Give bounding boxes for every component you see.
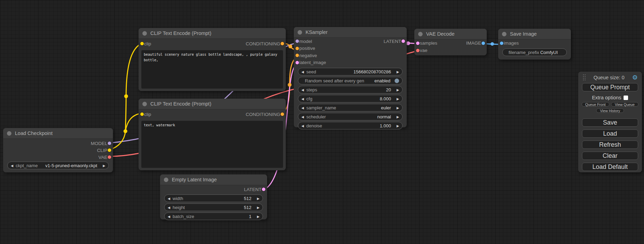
slot-dot-vae[interactable] <box>108 155 111 159</box>
queue-prompt-button[interactable]: Queue Prompt <box>582 83 638 91</box>
view-history-button[interactable]: View History <box>596 108 624 113</box>
link-midpoint-dot[interactable] <box>491 42 494 46</box>
gear-icon[interactable]: ⚙ <box>632 74 638 81</box>
height-widget[interactable]: ◀ height 512 ▶ <box>164 204 263 211</box>
scheduler-widget[interactable]: ◀ scheduler normal ▶ <box>298 113 403 120</box>
link-midpoint-dot[interactable] <box>124 94 128 98</box>
widget-value[interactable]: 20 <box>386 87 391 92</box>
node-collapse-dot-icon[interactable] <box>164 178 168 182</box>
slot-dot-vae[interactable] <box>416 49 420 52</box>
refresh-button[interactable]: Refresh <box>582 141 638 149</box>
cfg-widget[interactable]: ◀ cfg 8.000 ▶ <box>298 95 403 102</box>
clear-button[interactable]: Clear <box>582 152 638 160</box>
widget-value[interactable]: 156680208700286 <box>353 69 391 74</box>
increment-arrow-icon[interactable]: ▶ <box>103 164 105 168</box>
node-collapse-dot-icon[interactable] <box>298 30 302 35</box>
widget-value[interactable]: 1 <box>249 214 251 219</box>
widget-value[interactable]: 1.000 <box>380 123 391 128</box>
node-title-bar[interactable]: Save Image <box>498 29 571 39</box>
slot-dot-image[interactable] <box>500 42 503 45</box>
increment-arrow-icon[interactable]: ▶ <box>397 88 399 92</box>
steps-widget[interactable]: ◀ steps 20 ▶ <box>298 86 403 93</box>
node-title-bar[interactable]: KSampler <box>294 27 407 38</box>
extra-options-checkbox[interactable] <box>624 96 628 100</box>
node-save-image[interactable]: Save Image images filename_prefix ComfyU… <box>498 29 571 60</box>
increment-arrow-icon[interactable]: ▶ <box>397 70 399 74</box>
slot-dot-clip[interactable] <box>108 148 111 152</box>
node-collapse-dot-icon[interactable] <box>502 32 506 36</box>
widget-value[interactable]: 8.000 <box>380 96 391 101</box>
decrement-arrow-icon[interactable]: ◀ <box>168 215 170 218</box>
node-load-checkpoint[interactable]: Load Checkpoint MODEL CLIP VAE ◀ ckpt_na… <box>3 128 113 172</box>
increment-arrow-icon[interactable]: ▶ <box>397 124 399 128</box>
widget-value[interactable]: euler <box>381 105 391 110</box>
save-button[interactable]: Save <box>582 118 638 127</box>
drag-handle-icon[interactable] <box>583 74 586 81</box>
node-collapse-dot-icon[interactable] <box>142 31 147 36</box>
node-collapse-dot-icon[interactable] <box>418 32 423 36</box>
slot-dot-clip[interactable] <box>140 112 144 116</box>
toggle-knob-icon[interactable] <box>395 79 399 83</box>
increment-arrow-icon[interactable]: ▶ <box>397 106 399 110</box>
node-empty-latent-image[interactable]: Empty Latent Image LATENT ◀ width 512 ▶ … <box>160 174 267 219</box>
link-midpoint-dot[interactable] <box>406 42 410 45</box>
width-widget[interactable]: ◀ width 512 ▶ <box>164 195 263 202</box>
sampler-name-widget[interactable]: ◀ sampler_name euler ▶ <box>298 104 403 111</box>
filename-prefix-widget[interactable]: filename_prefix ComfyUI <box>502 48 567 56</box>
queue-front-button[interactable]: Queue Front <box>582 102 609 107</box>
widget-value[interactable]: 512 <box>244 196 252 201</box>
slot-dot-clip[interactable] <box>140 42 144 45</box>
prompt-textarea[interactable]: text, watermark <box>141 121 283 168</box>
node-title-bar[interactable]: Empty Latent Image <box>160 174 267 185</box>
widget-value[interactable]: v1-5-pruned-emaonly.ckpt <box>45 163 97 168</box>
decrement-arrow-icon[interactable]: ◀ <box>301 115 304 119</box>
node-title-bar[interactable]: Load Checkpoint <box>3 128 113 139</box>
decrement-arrow-icon[interactable]: ◀ <box>168 197 170 200</box>
slot-dot-conditioning[interactable] <box>281 112 284 116</box>
denoise-widget[interactable]: ◀ denoise 1.000 ▶ <box>298 122 403 129</box>
random-seed-toggle-widget[interactable]: Random seed after every gen enabled <box>298 77 403 84</box>
increment-arrow-icon[interactable]: ▶ <box>397 97 399 101</box>
link-midpoint-dot[interactable] <box>288 83 292 87</box>
increment-arrow-icon[interactable]: ▶ <box>257 215 259 218</box>
increment-arrow-icon[interactable]: ▶ <box>257 206 259 209</box>
decrement-arrow-icon[interactable]: ◀ <box>301 124 304 128</box>
seed-widget[interactable]: ◀ seed 156680208700286 ▶ <box>298 68 403 75</box>
prompt-textarea[interactable]: beautiful scenery nature glass bottle la… <box>141 50 283 89</box>
decrement-arrow-icon[interactable]: ◀ <box>301 70 304 74</box>
slot-dot-latent[interactable] <box>416 42 420 45</box>
widget-value[interactable]: normal <box>377 114 391 119</box>
node-title-bar[interactable]: CLIP Text Encode (Prompt) <box>139 28 286 39</box>
slot-dot-model[interactable] <box>108 142 111 145</box>
slot-dot-model[interactable] <box>295 39 299 43</box>
view-queue-button[interactable]: View Queue <box>611 102 639 107</box>
decrement-arrow-icon[interactable]: ◀ <box>11 164 13 168</box>
increment-arrow-icon[interactable]: ▶ <box>257 197 259 200</box>
load-default-button[interactable]: Load Default <box>582 163 638 171</box>
batch-size-widget[interactable]: ◀ batch_size 1 ▶ <box>164 213 263 220</box>
node-title-bar[interactable]: VAE Decode <box>414 29 487 39</box>
widget-value[interactable]: ComfyUI <box>540 50 558 55</box>
decrement-arrow-icon[interactable]: ◀ <box>168 206 170 209</box>
slot-dot-conditioning[interactable] <box>295 47 299 50</box>
node-title-bar[interactable]: CLIP Text Encode (Prompt) <box>139 99 286 109</box>
slot-dot-conditioning[interactable] <box>295 54 299 57</box>
node-collapse-dot-icon[interactable] <box>142 102 147 106</box>
decrement-arrow-icon[interactable]: ◀ <box>301 97 304 101</box>
slot-dot-latent[interactable] <box>262 188 265 191</box>
decrement-arrow-icon[interactable]: ◀ <box>301 106 304 110</box>
increment-arrow-icon[interactable]: ▶ <box>397 115 399 119</box>
slot-dot-conditioning[interactable] <box>281 42 284 45</box>
node-clip-text-encode-negative[interactable]: CLIP Text Encode (Prompt) clip CONDITION… <box>139 99 286 170</box>
slot-dot-latent[interactable] <box>402 39 405 43</box>
slot-dot-image[interactable] <box>482 42 485 45</box>
node-vae-decode[interactable]: VAE Decode samples IMAGE vae <box>414 29 487 55</box>
ckpt-name-widget[interactable]: ◀ ckpt_name v1-5-pruned-emaonly.ckpt ▶ <box>7 162 109 169</box>
decrement-arrow-icon[interactable]: ◀ <box>301 88 304 92</box>
link-midpoint-dot[interactable] <box>289 45 292 48</box>
node-collapse-dot-icon[interactable] <box>7 131 11 136</box>
node-ksampler[interactable]: KSampler model LATENT positive negative … <box>294 27 407 127</box>
slot-dot-latent[interactable] <box>295 61 299 64</box>
load-button[interactable]: Load <box>582 129 638 138</box>
node-clip-text-encode-positive[interactable]: CLIP Text Encode (Prompt) clip CONDITION… <box>139 28 286 91</box>
